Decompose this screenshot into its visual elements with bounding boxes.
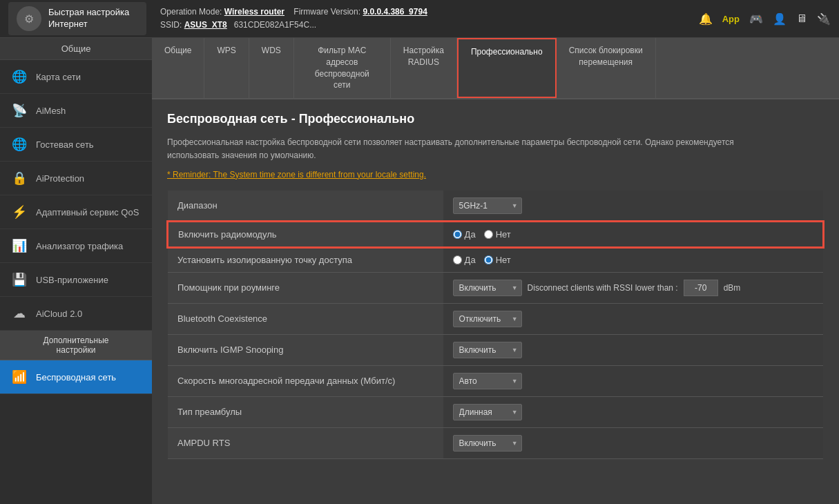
ssid-extra: 631CDE082A1F54C... xyxy=(234,20,316,30)
row-igmp-snooping: Включить IGMP Snooping Включить Отключит… xyxy=(168,334,823,365)
rssi-input[interactable] xyxy=(684,280,718,296)
label-enable-radio: Включить радиомодуль xyxy=(168,222,443,247)
content-area: Беспроводная сеть - Профессионально Проф… xyxy=(152,99,839,471)
monitor-icon[interactable]: 🖥 xyxy=(796,12,807,25)
user-icon[interactable]: 👤 xyxy=(773,12,787,26)
radio-yes-isolated[interactable]: Да xyxy=(453,255,476,265)
preamble-select[interactable]: Длинная Короткая xyxy=(453,404,522,420)
tab-bar: Общие WPS WDS Фильтр MAC адресовбеспрово… xyxy=(152,38,839,99)
row-enable-radio: Включить радиомодуль Да Нет xyxy=(168,222,823,247)
tab-roaming-block[interactable]: Список блокировкиперемещения xyxy=(557,38,656,98)
row-isolated-ap: Установить изолированную точку доступа Д… xyxy=(168,247,823,273)
igmp-select[interactable]: Включить Отключить xyxy=(453,342,522,358)
band-select-wrapper: 2.4GHz 5GHz-1 5GHz-2 xyxy=(453,197,522,214)
traffic-icon: 📊 xyxy=(10,236,29,255)
label-igmp-snooping: Включить IGMP Snooping xyxy=(168,334,443,365)
layout: Общие 🌐 Карта сети 📡 AiMesh 🌐 Гостевая с… xyxy=(0,38,839,504)
multicast-select[interactable]: Авто 1 2 5.5 6 11 xyxy=(453,373,522,389)
top-bar-icons: 🔔 App 🎮 👤 🖥 🔌 xyxy=(699,12,831,26)
ssid-value: ASUS_XT8 xyxy=(184,20,227,30)
value-preamble-type: Длинная Короткая xyxy=(443,396,823,427)
sidebar-item-network-map[interactable]: 🌐 Карта сети xyxy=(0,60,152,94)
aicloud-icon: ☁ xyxy=(10,304,29,323)
quick-setup[interactable]: ⚙ Быстрая настройкаИнтернет xyxy=(8,2,146,35)
sidebar-item-wireless[interactable]: 📶 Беспроводная сеть xyxy=(0,360,152,394)
label-bluetooth-coexistence: Bluetooth Coexistence xyxy=(168,303,443,334)
dbm-label: dBm xyxy=(724,283,741,293)
sidebar-item-guest-network[interactable]: 🌐 Гостевая сеть xyxy=(0,128,152,162)
sidebar-item-usb[interactable]: 💾 USB-приложение xyxy=(0,263,152,297)
sidebar-item-aicloud[interactable]: ☁ AiCloud 2.0 xyxy=(0,297,152,331)
page-description: Профессиональная настройка беспроводной … xyxy=(167,136,754,162)
network-map-icon: 🌐 xyxy=(10,67,29,86)
sidebar-item-traffic[interactable]: 📊 Анализатор трафика xyxy=(0,229,152,263)
value-ampdu-rts: Включить Отключить xyxy=(443,427,823,458)
ampdu-select[interactable]: Включить Отключить xyxy=(453,435,522,452)
radio-no-enable-radio[interactable]: Нет xyxy=(484,229,511,240)
row-band: Диапазон 2.4GHz 5GHz-1 5GHz-2 xyxy=(168,191,823,222)
notification-icon[interactable]: 🔔 xyxy=(699,12,713,26)
wireless-icon: 📶 xyxy=(10,367,29,387)
bluetooth-select-wrapper: Включить Отключить xyxy=(453,311,522,327)
tab-professional[interactable]: Профессионально xyxy=(457,38,557,98)
sidebar-item-label: USB-приложение xyxy=(36,275,108,285)
sidebar-item-aiprotection[interactable]: 🔒 AiProtection xyxy=(0,162,152,195)
sidebar-item-label: Анализатор трафика xyxy=(36,241,123,251)
value-band: 2.4GHz 5GHz-1 5GHz-2 xyxy=(443,191,823,222)
value-bluetooth-coexistence: Включить Отключить xyxy=(443,303,823,334)
label-preamble-type: Тип преамбулы xyxy=(168,396,443,427)
tab-wds[interactable]: WDS xyxy=(249,38,294,98)
rssi-label: Disconnect clients with RSSI lower than … xyxy=(528,283,678,293)
usb-icon: 💾 xyxy=(10,270,29,289)
row-ampdu-rts: AMPDU RTS Включить Отключить xyxy=(168,427,823,458)
sidebar-item-label: Беспроводная сеть xyxy=(36,372,116,382)
sidebar-item-label: AiProtection xyxy=(36,173,84,184)
settings-table: Диапазон 2.4GHz 5GHz-1 5GHz-2 Включи xyxy=(167,191,824,459)
radio-group-enable-radio: Да Нет xyxy=(453,229,813,240)
ssid-label: SSID: xyxy=(160,20,182,30)
main-content: Общие WPS WDS Фильтр MAC адресовбеспрово… xyxy=(152,38,839,504)
quick-setup-label: Быстрая настройкаИнтернет xyxy=(48,7,129,30)
preamble-select-wrapper: Длинная Короткая xyxy=(453,404,522,420)
sidebar-item-qos[interactable]: ⚡ Адаптивный сервис QoS xyxy=(0,195,152,229)
sidebar-item-label: AiMesh xyxy=(36,106,66,116)
radio-yes-enable-radio[interactable]: Да xyxy=(453,229,476,240)
row-roaming-helper: Помощник при роуминге Включить Отключить… xyxy=(168,272,823,303)
bluetooth-select[interactable]: Включить Отключить xyxy=(453,311,522,327)
radio-no-isolated[interactable]: Нет xyxy=(484,255,511,265)
label-multicast-rate: Скорость многоадресной передачи данных (… xyxy=(168,365,443,396)
row-multicast-rate: Скорость многоадресной передачи данных (… xyxy=(168,365,823,396)
label-ampdu-rts: AMPDU RTS xyxy=(168,427,443,458)
game-icon[interactable]: 🎮 xyxy=(749,12,763,26)
value-igmp-snooping: Включить Отключить xyxy=(443,334,823,365)
value-enable-radio: Да Нет xyxy=(443,222,823,247)
sidebar: Общие 🌐 Карта сети 📡 AiMesh 🌐 Гостевая с… xyxy=(0,38,152,504)
radio-input-isolated-no[interactable] xyxy=(484,255,493,264)
ampdu-select-wrapper: Включить Отключить xyxy=(453,435,522,452)
band-select[interactable]: 2.4GHz 5GHz-1 5GHz-2 xyxy=(453,197,522,214)
operation-mode-label: Operation Mode: xyxy=(160,7,222,17)
tab-wps[interactable]: WPS xyxy=(204,38,249,98)
radio-input-no[interactable] xyxy=(484,230,493,239)
value-roaming-helper: Включить Отключить Disconnect clients wi… xyxy=(443,272,823,303)
roaming-helper-group: Включить Отключить Disconnect clients wi… xyxy=(453,280,813,296)
plug-icon[interactable]: 🔌 xyxy=(817,12,831,26)
sidebar-item-aimesh[interactable]: 📡 AiMesh xyxy=(0,94,152,128)
label-isolated-ap: Установить изолированную точку доступа xyxy=(168,247,443,273)
roaming-select[interactable]: Включить Отключить xyxy=(453,280,522,296)
row-bluetooth-coexistence: Bluetooth Coexistence Включить Отключить xyxy=(168,303,823,334)
igmp-select-wrapper: Включить Отключить xyxy=(453,342,522,358)
roaming-select-wrapper: Включить Отключить xyxy=(453,280,522,296)
app-label: App xyxy=(722,14,740,24)
reminder-text: * Reminder: The System time zone is diff… xyxy=(167,170,824,180)
multicast-select-wrapper: Авто 1 2 5.5 6 11 xyxy=(453,373,522,389)
tab-radius[interactable]: НастройкаRADIUS xyxy=(391,38,457,98)
tab-general[interactable]: Общие xyxy=(152,38,204,98)
row-preamble-type: Тип преамбулы Длинная Короткая xyxy=(168,396,823,427)
router-type: Wireless router xyxy=(224,7,285,17)
firmware-version: 9.0.0.4.386_9794 xyxy=(363,7,427,17)
radio-input-yes[interactable] xyxy=(453,230,462,239)
tab-mac-filter[interactable]: Фильтр MAC адресовбеспроводной сети xyxy=(294,38,391,98)
radio-input-isolated-yes[interactable] xyxy=(453,255,462,264)
sidebar-item-label: AiCloud 2.0 xyxy=(36,309,82,319)
